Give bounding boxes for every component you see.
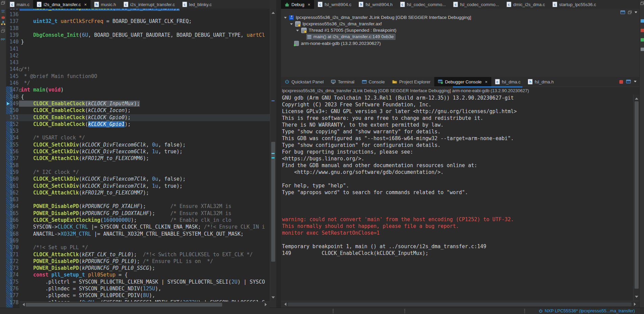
line-number[interactable]: 172 — [6, 258, 19, 265]
restore-view-button[interactable] — [1, 1, 5, 5]
line-number[interactable]: 174 — [6, 271, 19, 278]
chevron-down-icon[interactable] — [290, 23, 293, 26]
tab-i2s-interrupt-transfer-c[interactable]: ci2s_interrupt_transfer.c — [120, 0, 179, 9]
tab-fsl-codec-commo[interactable]: cfsl_codec_commo... — [396, 0, 450, 9]
scroll-right-icon[interactable] — [265, 303, 268, 306]
line-number[interactable]: 136 — [6, 11, 19, 18]
close-icon[interactable]: × — [84, 2, 87, 7]
bug-mini-button[interactable] — [640, 28, 644, 33]
breakpoints-view-button[interactable] — [1, 15, 5, 20]
tab-console[interactable]: Console — [358, 77, 389, 86]
line-number[interactable]: 156 — [6, 148, 19, 155]
tab-debug[interactable]: Debug× — [281, 0, 314, 9]
debug-tree-row[interactable]: Thread #1 57005 (Suspended : Breakpoint) — [282, 27, 638, 33]
line-number[interactable]: 147 — [6, 86, 19, 93]
tab-led-blinky-c[interactable]: cled_blinky.c — [179, 0, 215, 9]
tab-fsl-wm8904-h[interactable]: hfsl_wm8904.h — [355, 0, 396, 9]
debug-tree-row[interactable]: arm-none-eabi-gdb (13.2.90.20230627) — [282, 40, 638, 47]
tab-startup-lpc55s36-c[interactable]: cstartup_lpc55s36.c — [549, 0, 600, 9]
ruler-mark-cyan[interactable] — [272, 153, 275, 154]
tab-terminal[interactable]: Terminal — [327, 77, 358, 86]
line-number[interactable]: 142 — [6, 52, 19, 59]
tab-quickstart-panel[interactable]: Quickstart Panel — [281, 77, 327, 86]
restore-view-button[interactable] — [640, 1, 644, 6]
debug-tree-row[interactable]: JLinklpcxpresso55s36_i2s_dma_transfer JL… — [282, 14, 638, 21]
line-number[interactable]: 140 — [6, 38, 19, 45]
chevron-down-icon[interactable] — [296, 30, 299, 33]
scroll-down-icon[interactable] — [635, 296, 638, 299]
line-number[interactable]: 160 — [6, 176, 19, 182]
tab-debugger-console[interactable]: Debugger Console× — [434, 77, 491, 86]
line-number[interactable]: 146 — [6, 80, 19, 86]
editor-vscroll-thumb[interactable] — [271, 142, 275, 262]
line-number[interactable]: 171 — [6, 251, 19, 258]
debugger-console-output[interactable]: GNU gdb (Arm GNU Toolchain 12.3.Rel1 (Bu… — [281, 95, 633, 301]
line-number[interactable]: 139 — [6, 32, 19, 38]
line-number[interactable]: 176 — [6, 285, 19, 292]
line-number[interactable]: 154 — [6, 134, 19, 141]
editor-vertical-scrollbar[interactable] — [270, 9, 276, 302]
console-horizontal-scrollbar[interactable] — [281, 301, 639, 308]
line-number[interactable]: 155 — [6, 141, 19, 148]
tab-fsl-dma-h[interactable]: hfsl_dma.h — [524, 77, 557, 86]
tab-fsl-codec-commo[interactable]: cfsl_codec_commo... — [449, 0, 503, 9]
line-number[interactable]: 170 — [6, 244, 19, 251]
statusbar-grip[interactable] — [404, 309, 405, 313]
close-icon[interactable]: × — [485, 80, 488, 84]
scroll-up-icon[interactable] — [272, 10, 275, 14]
line-number[interactable]: 178 — [6, 299, 19, 306]
debug-target-status[interactable]: NXP LPC55S36* (lpcxpresso55...ma_transfe… — [539, 308, 635, 313]
line-number[interactable]: 165 — [6, 210, 19, 217]
line-number[interactable]: 164 — [6, 203, 19, 210]
line-number[interactable]: 137 — [6, 18, 19, 25]
console-mini-button[interactable] — [640, 19, 644, 23]
tab-fsl-dma-c[interactable]: cfsl_dma.c — [491, 77, 524, 86]
terminal-mini-button[interactable] — [640, 47, 644, 52]
line-number[interactable]: 162 — [6, 189, 19, 196]
panel-sash[interactable] — [276, 0, 281, 308]
line-number[interactable]: 161 — [6, 183, 19, 189]
line-number[interactable]: 163 — [6, 196, 19, 203]
scroll-left-icon[interactable] — [21, 303, 25, 306]
ruler-mark-blue[interactable] — [272, 100, 275, 101]
tab-main-c[interactable]: cmain.c — [6, 0, 33, 9]
binary-trace-button[interactable]: 010101 — [1, 9, 5, 14]
scroll-down-icon[interactable] — [272, 296, 275, 300]
line-number[interactable]: 148 — [6, 94, 19, 100]
close-icon[interactable]: × — [308, 2, 310, 7]
line-number[interactable]: 141 — [6, 46, 19, 52]
line-number[interactable]: 177 — [6, 292, 19, 299]
editor-hscroll-thumb[interactable] — [26, 303, 222, 307]
variables-view-button[interactable]: (x)= — [1, 36, 5, 41]
line-number[interactable]: 168 — [6, 231, 19, 237]
line-number[interactable]: 158 — [6, 162, 19, 169]
scroll-right-icon[interactable] — [634, 303, 638, 306]
scroll-left-icon[interactable] — [283, 303, 286, 306]
line-number[interactable]: 166 — [6, 217, 19, 224]
line-number[interactable]: 152 — [6, 121, 19, 128]
line-number[interactable]: 150 — [6, 107, 19, 114]
console-vscroll-thumb[interactable] — [635, 101, 639, 289]
line-number[interactable]: 153 — [6, 128, 19, 134]
line-number[interactable]: 173 — [6, 265, 19, 271]
scroll-up-icon[interactable] — [635, 96, 638, 100]
line-number[interactable]: 144 — [6, 66, 19, 73]
restore-view-2-button[interactable] — [1, 29, 5, 33]
peripherals-view-button[interactable] — [1, 21, 5, 25]
line-number[interactable]: 159 — [6, 169, 19, 176]
debug-tree-row[interactable]: main() at i2s_dma_transfer.c:149 0xb3e — [282, 34, 638, 40]
tab-music-h[interactable]: hmusic.h — [91, 0, 120, 9]
tab-project-explorer[interactable]: Project Explorer — [388, 77, 434, 86]
memory-mini-button[interactable] — [640, 37, 644, 42]
line-number[interactable]: 145 — [6, 73, 19, 80]
tab-fsl-wm8904-c[interactable]: cfsl_wm8904.c — [314, 0, 355, 9]
console-hscroll-thumb[interactable] — [288, 303, 632, 306]
tab-i2s-dma-transfer-c[interactable]: ci2s_dma_transfer.c× — [33, 0, 90, 9]
line-number[interactable]: 157 — [6, 155, 19, 162]
console-vertical-scrollbar[interactable] — [633, 95, 640, 301]
line-number[interactable]: 167 — [6, 224, 19, 230]
chevron-down-icon[interactable] — [284, 17, 287, 20]
ruler-mark-cyan[interactable] — [272, 157, 275, 158]
line-number[interactable]: 151 — [6, 114, 19, 121]
line-number[interactable]: 135 — [6, 9, 19, 11]
